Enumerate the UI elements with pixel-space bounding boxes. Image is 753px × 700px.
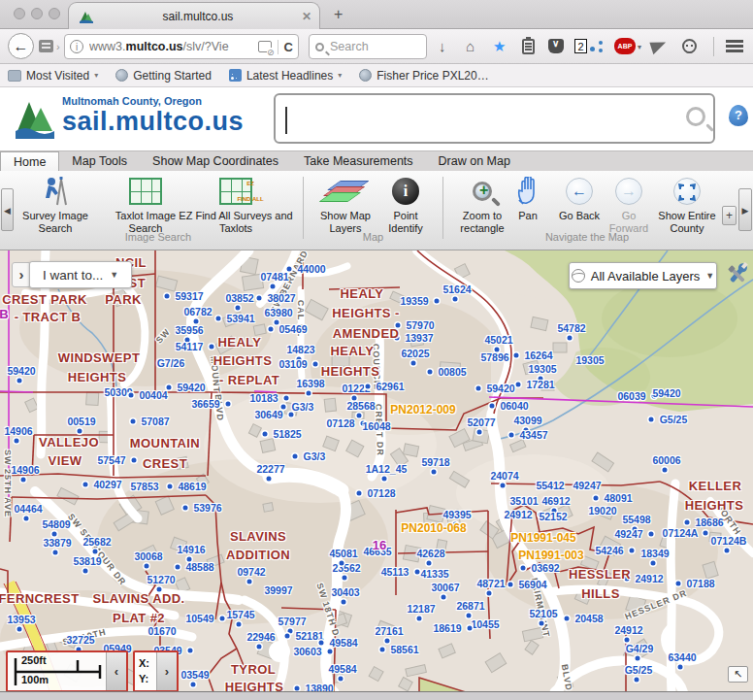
parcel-dot <box>191 683 196 687</box>
show-entire-county-button[interactable]: Show Entire County <box>648 175 726 234</box>
parcel-dot <box>434 299 439 304</box>
coordinates-expand-button[interactable]: › <box>156 652 177 690</box>
parcel-label: 24912 <box>504 509 532 520</box>
map-search-input[interactable] <box>274 93 715 144</box>
counter-badge[interactable]: 2 <box>574 39 587 53</box>
parcel-label: 49584 <box>328 663 356 675</box>
plat-number-label: PN1991-045 <box>510 531 575 545</box>
globe-icon <box>572 269 585 283</box>
bookmark-fisher-price[interactable]: Fisher Price PXL20… <box>359 69 488 83</box>
site-brand: Multnomah County, Oregon sail.multco.us <box>62 95 244 137</box>
parcel-label: 07128 <box>367 487 395 499</box>
parcel-label: 49395 <box>442 509 471 520</box>
back-arrow-icon: ← <box>550 175 608 208</box>
tab-take-measurements[interactable]: Take Measurements <box>291 151 426 172</box>
parcel-label: 42628 <box>416 548 444 559</box>
ribbon-add-button[interactable]: + <box>722 206 737 225</box>
parcel-dot <box>635 678 639 683</box>
bookmark-getting-started[interactable]: Getting Started <box>115 69 212 83</box>
parcel-dot <box>257 645 262 650</box>
parcel-label: 03692 <box>531 562 559 574</box>
window-close-button[interactable] <box>14 8 25 19</box>
send-icon[interactable] <box>649 38 668 54</box>
download-icon[interactable]: ↓ <box>439 38 446 54</box>
search-icon[interactable] <box>686 107 705 126</box>
globe-icon <box>359 69 372 82</box>
i-want-to-button[interactable]: I want to...▼ <box>29 261 132 288</box>
survey-index-label: B <box>0 307 9 321</box>
layers-dropdown[interactable]: All Available Layers▼ <box>569 262 717 289</box>
pocket-icon[interactable] <box>548 39 564 53</box>
parcel-label: 59420 <box>486 383 514 394</box>
subdivision-label: HILLS <box>581 586 620 601</box>
library-icon[interactable] <box>39 40 53 52</box>
survey-image-search-button[interactable]: Survey Image Search <box>17 175 93 234</box>
parcel-label: 35101 <box>509 495 538 507</box>
clipboard-icon[interactable] <box>522 39 535 54</box>
browser-search-field[interactable]: Search <box>309 34 427 59</box>
parcel-label: 07128 <box>326 417 354 429</box>
help-button[interactable]: ? <box>729 105 748 126</box>
zoom-to-rectangle-button[interactable]: Zoom to rectangle <box>448 175 516 234</box>
site-favicon <box>77 9 94 23</box>
subdivision-label: HEALY <box>218 335 262 350</box>
map-viewport[interactable]: SW BERNARDCAL PLSWMOUNTBLVDCOUNCILCREST … <box>0 250 753 691</box>
home-icon[interactable]: ⌂ <box>466 38 475 54</box>
bookmark-most-visited[interactable]: Most Visited▾ <box>8 69 98 83</box>
adblock-icon[interactable]: ABP <box>614 38 636 54</box>
parcel-dot <box>183 506 188 511</box>
overview-arrow-button[interactable]: ↖ <box>728 666 748 683</box>
hamburger-menu-icon[interactable] <box>726 40 743 52</box>
bookmark-star-icon[interactable]: ★ <box>493 38 506 55</box>
parcel-dot <box>636 656 640 661</box>
ez-find-all-button[interactable]: EZFIND ALL EZ Find All Surveys and Taxlo… <box>173 175 299 234</box>
tab-show-map-coordinates[interactable]: Show Map Coordinates <box>140 151 291 172</box>
window-zoom-button[interactable] <box>49 8 60 19</box>
subdivision-label: FERNCREST <box>0 591 80 606</box>
ribbon-scroll-right-button[interactable]: ▶ <box>738 188 752 231</box>
ribbon-scroll-left-button[interactable]: ◀ <box>1 188 14 231</box>
molecule-extension-icon[interactable] <box>590 41 604 52</box>
coordinates-widget: X: Y: › <box>133 650 179 691</box>
pan-button[interactable]: Pan <box>508 175 547 222</box>
parcel-dot <box>93 550 98 554</box>
tab-map-tools[interactable]: Map Tools <box>59 151 140 172</box>
window-minimize-button[interactable] <box>31 8 43 19</box>
adblock-caret-icon[interactable]: ▾ <box>638 43 641 51</box>
parcel-dot <box>131 419 136 424</box>
back-button[interactable]: ← <box>8 33 34 59</box>
parcel-dot <box>168 484 173 489</box>
reload-icon[interactable]: C <box>278 40 293 54</box>
url-text[interactable]: www3.multco.us/slv/?Vie <box>89 40 254 53</box>
tab-home[interactable]: Home <box>0 151 59 172</box>
scale-collapse-button[interactable]: ‹ <box>106 652 126 690</box>
parcel-dot <box>357 414 362 418</box>
feedback-smiley-icon[interactable] <box>682 39 697 53</box>
reader-blocked-icon[interactable] <box>258 41 272 52</box>
panel-expand-chevron[interactable]: › <box>12 262 31 287</box>
y-coordinate-label: Y: <box>139 671 156 686</box>
subdivision-label: ADDITION <box>226 548 290 562</box>
parcel-dot <box>194 319 199 324</box>
tab-draw-on-map[interactable]: Draw on Map <box>426 151 523 172</box>
site-info-icon[interactable]: i <box>70 40 83 53</box>
go-back-button[interactable]: ← Go Back <box>550 175 608 222</box>
subdivision-label: TYROL <box>231 662 276 677</box>
tab-close-icon[interactable]: ✕ <box>302 10 311 23</box>
url-bar[interactable]: i www3.multco.us/slv/?Vie C <box>64 34 299 59</box>
parcel-dot <box>594 496 599 501</box>
parcel-label: 45113 <box>381 566 409 578</box>
parcel-dot <box>521 566 526 571</box>
new-tab-button[interactable]: + <box>334 6 343 23</box>
parcel-label: 45081 <box>329 548 357 559</box>
subdivision-label: HEIGHTS <box>321 364 380 379</box>
subdivision-label: SLAVINS ADD. <box>92 591 184 606</box>
point-identify-button[interactable]: i Point Identify <box>378 175 433 234</box>
browser-tab[interactable]: sail.multco.us ✕ <box>68 2 320 29</box>
map-label-layer: SW BERNARDCAL PLSWMOUNTBLVDCOUNCILCREST … <box>0 250 753 691</box>
parcel-dot <box>411 361 416 366</box>
bookmark-latest-headlines[interactable]: Latest Headlines▾ <box>229 69 342 83</box>
parcel-label: 48721 <box>476 578 505 589</box>
show-map-layers-button[interactable]: Show Map Layers <box>308 175 383 234</box>
parcel-dot <box>467 614 472 618</box>
